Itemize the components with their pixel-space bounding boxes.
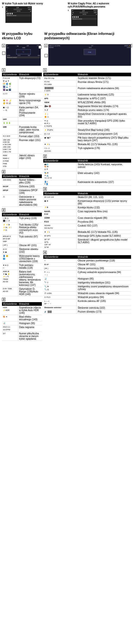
display-cell: HDR ⚡HDR	[2, 306, 18, 315]
indicator-cell: Poziom naładowania akumulatora (56)	[77, 86, 131, 93]
camera-screen-cont: P125F3.5 AE⬛⬛⬛⬛⬛AWB ■AUTO■ ▐▌▐▌▐▌▐▌ Śled…	[71, 9, 98, 26]
display-cell: 🔍 ⊕ 🔍 Q	[43, 285, 77, 291]
display-cell: ◎ ⊙ ⊛ ◉	[2, 248, 18, 254]
indicator-cell: Stan procedury triangulacji GPS (206) (t…	[77, 119, 131, 128]
table-row: ⏱ 1/250 Wskaźnik czasu otwarcia migawki …	[43, 291, 131, 295]
indicator-cell: Blad efektu wizualnego (143)	[18, 315, 42, 322]
table-row: |——| AF ←→ Kontrola zakresu AF (105)	[43, 299, 131, 306]
table-row: F3.5 Przysłona (84)	[43, 220, 131, 224]
col-display: Wyświetlenie	[2, 73, 18, 76]
display-cell: 🌬 ✗	[43, 108, 77, 112]
table-row: 35° 37' 32°N 139° 44' 31°W Szerokość i d…	[43, 238, 131, 249]
table-row: ⚠ Ostrzeżenie o niskim poziomie naładowa…	[2, 195, 42, 207]
indicator-cell: Blokada AE (117)/ blokada FEL (135)	[77, 142, 131, 146]
table-row: ISO400 ISO AUTO Czułość ISO (137)	[43, 224, 131, 230]
table-row: 🔊 ▐▐▐ Poziom dźwięku (173)	[43, 310, 131, 314]
table-row: 🎭 ⊕ ☀ 🌊 +3 +3 +3 Efekt wizualny (142)	[43, 171, 131, 180]
display-cell: 35° 37' 32°N 139° 44' 31°W	[43, 238, 77, 249]
indicator-cell: Redukcja szumu wiatru (174)	[77, 108, 131, 112]
table-row: ⚡ ⊙ Ładowanie lampy błyskowej (125)	[43, 93, 131, 97]
col-display: Wyświetlenie	[2, 302, 18, 306]
display-cell: ▐▐▐▐▐▐▐ 2 100%	[43, 86, 77, 93]
num-1: 1	[2, 6, 3, 8]
table-row: ⊕ ● ◎ □ Tryb pomiaru światła (118)	[2, 263, 42, 270]
indicator-cell: Tryb błysku (125)/ Redukcja efektu czerw…	[18, 223, 42, 234]
display-cell: NAGR. 0:12	[43, 209, 77, 216]
section3-num-right: 3	[43, 187, 47, 191]
indicator-cell: Czas nagrywania filmu (ms)	[77, 209, 131, 216]
display-cell: |——| AF ←→	[43, 299, 77, 306]
table-section3-left: Wyświetlenie Wskaźnik HDR ⚡HDR Sygnaliza…	[2, 302, 42, 341]
display-cell: 24M 10M 4.6M 2M 4.7M 3.9M 10M 4.6M 0.8M …	[2, 138, 18, 154]
table-row: 🎨 ✦ Blad efektu wizualnego (143)	[2, 315, 42, 322]
display-cell: [ AF ]	[2, 244, 18, 248]
display-cell: Śledzenie ostrości	[43, 306, 77, 310]
table-row: 1/250 Czas otwarcia migawki (86)	[43, 216, 131, 220]
table-row: DPOF Ustawiono DPOF (184)	[2, 188, 42, 195]
display-cell: RAW RAW+J X.FINE FINE STD	[2, 154, 18, 168]
indicator-cell: Śledzenie ostrością (102)	[77, 306, 131, 310]
display-cell: ○	[43, 259, 77, 263]
indicator-cell: Numer pliku/liczba obrazów w danym trybi…	[18, 332, 42, 341]
col-indicator: Wskaźnik	[18, 73, 42, 76]
display-cell: 60p 60i 24p	[43, 76, 77, 80]
col-display: Wyświetlenie	[2, 174, 18, 178]
table-row: NAGR. 0:12 Czas nagrywania filmu (ms)	[43, 209, 131, 216]
display-cell: 100-0003	[2, 178, 18, 184]
table-row: Śledzenie ostrości Śledzenie ostrością (…	[43, 306, 131, 310]
table-row: ⊙ F3.5 Wskaźnik przysłony (94)	[43, 295, 131, 299]
indicator-cell: SteadyShot/ Ostrzeżenie o drganiach apar…	[77, 112, 131, 119]
display-cell: VIEW	[43, 100, 77, 104]
display-cell: APS	[43, 97, 77, 100]
indicator-cell: Wskaźnik czasu otwarcia migawki (94)	[77, 291, 131, 295]
table-row: RAW RAW+J X.FINE FINE STD Jakość obrazu …	[2, 154, 42, 168]
table-section2-left: Wyświetlenie Wskaźnik 100-0003 Numer fol…	[2, 174, 42, 207]
indicator-cell: Numer rejestru (209)	[18, 92, 42, 98]
section1-num: 1	[2, 68, 5, 72]
indicator-cell: Tryb ostrości (97)	[18, 234, 42, 244]
col-indicator: Wskaźnik	[77, 159, 131, 162]
display-cell: ⊢ ⊣ ↕ ↔ ↕	[43, 270, 77, 277]
table-row: ⊕ GPS Informacje GPS (tylko model SLT-A9…	[43, 234, 131, 238]
indicator-cell: Blokada AE (117)/ blokada FEL (135)	[77, 230, 131, 234]
display-cell: FX FH PS 1080i	[43, 80, 77, 86]
indicator-cell: Śledzenie obiektu (102)	[18, 248, 42, 254]
table-row: ⊞ AF Obszar AF (101)	[43, 263, 131, 266]
indicator-cell: Ochrona (183)	[18, 184, 42, 188]
display-cell: 🔊 ▐▐▐	[43, 310, 77, 314]
table-row: 60p 60i 24p Szybkość klatetek filmów (17…	[43, 76, 131, 80]
indicator-cell: Efekt wizualny (142)	[77, 171, 131, 180]
indicator-cell: Obszar pomocniczy (99)	[77, 266, 131, 270]
mode-continuous-title: W trybie Ciągły Prior. AE z wyborem cyfr…	[68, 2, 131, 8]
indicator-cell	[18, 118, 42, 121]
indicator-cell: Tryb ekspozycji (72)	[18, 76, 42, 92]
col-indicator: Wskaźnik	[77, 192, 131, 195]
col-display: Wyświetlenie	[43, 255, 77, 259]
display-cell: 📷💧 🎨 ⊕ ◎ ✦	[43, 162, 77, 171]
indicator-cell: Obszar AF (101)	[77, 263, 131, 266]
indicator-cell: Szybkość klatetek filmów (171)	[77, 76, 131, 80]
display-cell: 👤⇦ ↩👤	[43, 180, 77, 186]
display-cell: S:2 16:9	[2, 134, 18, 138]
display-cell: P A S M ⚙ ▲ ✦ 🌅 👤 🌿 🎆 🌊 ⛄ 🌆 📷 🌃	[2, 76, 18, 92]
indicator-cell: Ostrzeżenie o niskim poziomie naładowani…	[18, 195, 42, 207]
table-row: ◎ ⊙ ⊛ ◉ Śledzenie obiektu (102)	[2, 248, 42, 254]
table-row: 🔍 ⊕ 🔍 Q Inteligentny zoom/ powiększony o…	[43, 285, 131, 291]
table-row: ▦ ⊕ Kompensacja ekspozycji (115)/ pomiar…	[43, 199, 131, 206]
table-section4-right: Wyświetlenie Wskaźnik ○ Obszar pomiaru p…	[43, 255, 131, 314]
table-row: 📊 Histogram (95)	[2, 322, 42, 326]
display-cell: ⚡ ↕ 🔶 ⚠	[43, 112, 77, 119]
indicator-cell: Optymalizer D-Range (139)/Auto HDR (140)	[18, 287, 42, 296]
section2-label-row-right: 2	[43, 154, 131, 158]
display-cell: DPOF	[2, 188, 18, 195]
indicator-cell: Ikony rozpoznanego ujęcia (74)	[18, 98, 42, 106]
display-cell: ⊞ AF	[43, 263, 77, 266]
table-row: ★ ⚡L Blokada AE (117)/ blokada FEL (135)	[43, 142, 131, 146]
indicator-cell: Inteligentny zoom/ powiększony obrazem/z…	[77, 285, 131, 291]
indicator-cell: WYŁĄCZENIE efektu (95)	[77, 100, 131, 104]
display-cell: ✦ ◎ ⊕ ✗ ▷ X ✕GPS	[43, 119, 77, 128]
display-cell: 1/250	[43, 216, 77, 220]
display-cell: 🔋 🔋🔋	[2, 121, 18, 125]
table-row: AFA AF-S AF-D MF DMF Tryb ostrości (97)	[2, 234, 42, 244]
display-cell: □ ⊞ ◫ ⬛⬜ ↺	[2, 216, 18, 223]
